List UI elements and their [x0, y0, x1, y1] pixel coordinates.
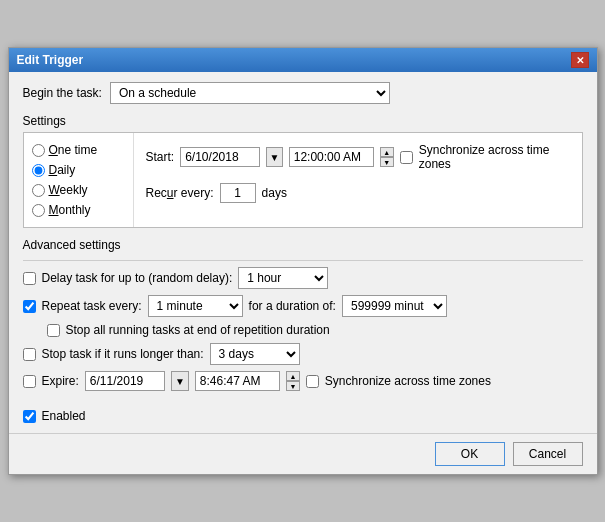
expire-time-spinner: ▲ ▼ — [286, 371, 300, 391]
enabled-label: Enabled — [42, 409, 86, 423]
settings-inner: One time Daily Weekly Monthly — [24, 133, 582, 227]
advanced-settings-label: Advanced settings — [23, 238, 583, 252]
settings-group: One time Daily Weekly Monthly — [23, 132, 583, 228]
repeat-task-label: Repeat task every: — [42, 299, 142, 313]
begin-task-label: Begin the task: — [23, 86, 102, 100]
radio-weekly[interactable]: Weekly — [32, 183, 125, 197]
expire-date-input[interactable] — [85, 371, 165, 391]
dialog-body: Begin the task: On a schedule At log on … — [9, 72, 597, 433]
enabled-row: Enabled — [23, 409, 583, 423]
recur-label: Recur every: — [146, 186, 214, 200]
stop-task-label: Stop task if it runs longer than: — [42, 347, 204, 361]
button-row: OK Cancel — [9, 433, 597, 474]
enabled-checkbox[interactable] — [23, 410, 36, 423]
stop-all-label: Stop all running tasks at end of repetit… — [66, 323, 330, 337]
delay-task-row: Delay task for up to (random delay): 1 h… — [23, 267, 583, 289]
settings-label: Settings — [23, 114, 583, 128]
dialog-title: Edit Trigger — [17, 53, 84, 67]
time-spinner: ▲ ▼ — [380, 147, 394, 167]
cancel-button[interactable]: Cancel — [513, 442, 583, 466]
expire-sync-checkbox[interactable] — [306, 375, 319, 388]
repeat-task-select[interactable]: 1 minute 5 minutes 10 minutes 15 minutes… — [148, 295, 243, 317]
expire-time-input[interactable] — [195, 371, 280, 391]
duration-select[interactable]: 599999 minut 1 hour 12 hours 1 day 3 day… — [342, 295, 447, 317]
start-label: Start: — [146, 150, 175, 164]
date-picker-button[interactable]: ▼ — [266, 147, 283, 167]
expire-sync-label: Synchronize across time zones — [325, 374, 491, 388]
delay-task-label: Delay task for up to (random delay): — [42, 271, 233, 285]
recur-input[interactable]: 1 — [220, 183, 256, 203]
expire-row: Expire: ▼ ▲ ▼ Synchronize across time zo… — [23, 371, 583, 391]
repeat-task-checkbox[interactable] — [23, 300, 36, 313]
radio-daily[interactable]: Daily — [32, 163, 125, 177]
expire-date-picker-button[interactable]: ▼ — [171, 371, 189, 391]
radio-one-time[interactable]: One time — [32, 143, 125, 157]
stop-task-row: Stop task if it runs longer than: 3 days… — [23, 343, 583, 365]
duration-label: for a duration of: — [249, 299, 336, 313]
start-date-input[interactable] — [180, 147, 260, 167]
expire-label: Expire: — [42, 374, 79, 388]
recur-row: Recur every: 1 days — [146, 183, 570, 203]
begin-task-row: Begin the task: On a schedule At log on … — [23, 82, 583, 104]
stop-all-row: Stop all running tasks at end of repetit… — [47, 323, 583, 337]
time-spin-down[interactable]: ▼ — [380, 157, 394, 167]
expire-time-spin-down[interactable]: ▼ — [286, 381, 300, 391]
delay-task-select[interactable]: 1 hour 30 minutes 2 hours — [238, 267, 328, 289]
stop-all-checkbox[interactable] — [47, 324, 60, 337]
edit-trigger-dialog: Edit Trigger ✕ Begin the task: On a sche… — [8, 47, 598, 475]
expire-checkbox[interactable] — [23, 375, 36, 388]
main-settings-panel: Start: ▼ ▲ ▼ Synchronize across time zon… — [134, 133, 582, 227]
repeat-task-row: Repeat task every: 1 minute 5 minutes 10… — [23, 295, 583, 317]
start-time-input[interactable] — [289, 147, 374, 167]
begin-task-select[interactable]: On a schedule At log on At startup On id… — [110, 82, 390, 104]
sync-timezone-checkbox-top[interactable] — [400, 151, 413, 164]
sync-timezone-label-top: Synchronize across time zones — [419, 143, 570, 171]
radio-monthly[interactable]: Monthly — [32, 203, 125, 217]
stop-task-select[interactable]: 3 days 1 hour 2 hours 7 days — [210, 343, 300, 365]
close-button[interactable]: ✕ — [571, 52, 589, 68]
radio-panel: One time Daily Weekly Monthly — [24, 133, 134, 227]
stop-task-checkbox[interactable] — [23, 348, 36, 361]
recur-unit: days — [262, 186, 287, 200]
start-row: Start: ▼ ▲ ▼ Synchronize across time zon… — [146, 143, 570, 171]
time-spin-up[interactable]: ▲ — [380, 147, 394, 157]
delay-task-checkbox[interactable] — [23, 272, 36, 285]
expire-time-spin-up[interactable]: ▲ — [286, 371, 300, 381]
advanced-section: Delay task for up to (random delay): 1 h… — [23, 260, 583, 403]
title-bar: Edit Trigger ✕ — [9, 48, 597, 72]
ok-button[interactable]: OK — [435, 442, 505, 466]
